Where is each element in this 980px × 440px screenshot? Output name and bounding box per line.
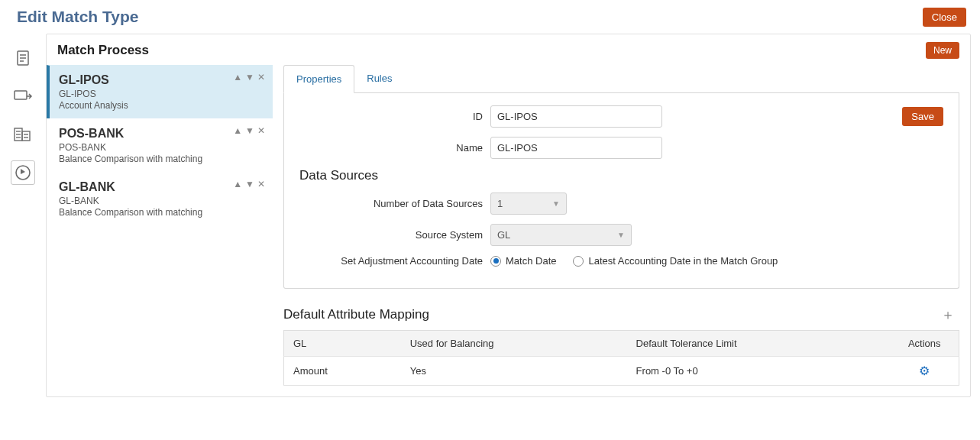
tabs: Properties Rules <box>283 65 959 93</box>
move-up-icon[interactable]: ▲ <box>233 179 242 189</box>
cell-gl: Amount <box>284 357 401 386</box>
tab-properties[interactable]: Properties <box>283 65 354 93</box>
radio-latest-date[interactable]: Latest Accounting Date in the Match Grou… <box>573 255 778 267</box>
radio-match-date[interactable]: Match Date <box>490 255 556 267</box>
process-name: POS-BANK <box>59 127 262 141</box>
sidebar <box>0 34 46 397</box>
process-item-pos-bank[interactable]: POS-BANK POS-BANK Balance Comparison wit… <box>47 118 273 172</box>
move-up-icon[interactable]: ▲ <box>233 72 242 82</box>
radio-icon <box>490 256 501 267</box>
transfer-icon[interactable] <box>11 84 35 108</box>
num-ds-label: Number of Data Sources <box>299 198 490 209</box>
close-button[interactable]: Close <box>923 8 966 27</box>
delete-icon[interactable]: ✕ <box>257 125 265 136</box>
source-system-label: Source System <box>299 229 490 241</box>
process-id: POS-BANK <box>59 142 262 153</box>
add-mapping-button[interactable]: ＋ <box>936 306 959 324</box>
source-system-value: GL <box>497 229 510 241</box>
chevron-down-icon: ▼ <box>617 231 625 239</box>
source-system-select[interactable]: GL ▼ <box>490 224 632 246</box>
process-desc: Account Analysis <box>59 100 262 111</box>
cell-balancing: Yes <box>401 357 627 386</box>
tab-rules[interactable]: Rules <box>354 65 404 92</box>
process-name: GL-BANK <box>59 180 262 194</box>
move-up-icon[interactable]: ▲ <box>233 125 242 136</box>
page-title: Edit Match Type <box>17 8 138 26</box>
document-icon[interactable] <box>11 46 35 70</box>
delete-icon[interactable]: ✕ <box>257 179 265 189</box>
move-down-icon[interactable]: ▼ <box>245 179 254 189</box>
process-list: GL-IPOS GL-IPOS Account Analysis ▲ ▼ ✕ P… <box>47 65 273 396</box>
mapping-col-balancing: Used for Balancing <box>401 331 627 357</box>
svg-rect-6 <box>22 131 30 141</box>
process-name: GL-IPOS <box>59 73 262 87</box>
process-icon[interactable] <box>11 160 35 185</box>
name-label: Name <box>299 142 490 154</box>
id-input[interactable] <box>490 105 662 128</box>
adjustment-date-label: Set Adjustment Accounting Date <box>299 255 490 267</box>
svg-rect-4 <box>15 91 27 99</box>
name-input[interactable] <box>490 137 662 159</box>
section-title: Match Process <box>57 43 149 58</box>
process-item-gl-ipos[interactable]: GL-IPOS GL-IPOS Account Analysis ▲ ▼ ✕ <box>47 65 273 118</box>
process-id: GL-IPOS <box>59 89 262 99</box>
new-button[interactable]: New <box>926 42 959 59</box>
mapping-col-tolerance: Default Tolerance Limit <box>627 331 891 357</box>
process-desc: Balance Comparison with matching <box>59 154 262 164</box>
process-item-gl-bank[interactable]: GL-BANK GL-BANK Balance Comparison with … <box>47 172 273 225</box>
mapping-table: GL Used for Balancing Default Tolerance … <box>283 330 959 386</box>
radio-label: Match Date <box>506 255 556 267</box>
id-label: ID <box>299 111 490 122</box>
process-id: GL-BANK <box>59 196 262 206</box>
chevron-down-icon: ▼ <box>552 199 560 208</box>
radio-label: Latest Accounting Date in the Match Grou… <box>588 255 778 267</box>
data-sources-title: Data Sources <box>299 168 943 183</box>
save-button[interactable]: Save <box>902 107 943 126</box>
cell-tolerance: From -0 To +0 <box>627 357 891 386</box>
mapping-title: Default Attribute Mapping <box>283 307 429 322</box>
move-down-icon[interactable]: ▼ <box>245 72 254 82</box>
table-row: Amount Yes From -0 To +0 ⚙ <box>284 357 959 386</box>
mapping-col-actions: Actions <box>891 331 959 357</box>
move-down-icon[interactable]: ▼ <box>245 125 254 136</box>
buildings-icon[interactable] <box>11 122 35 147</box>
process-desc: Balance Comparison with matching <box>59 207 262 218</box>
num-ds-value: 1 <box>497 198 503 209</box>
mapping-col-gl: GL <box>284 331 401 357</box>
gear-icon[interactable]: ⚙ <box>919 364 930 377</box>
radio-icon <box>573 256 584 267</box>
num-ds-select[interactable]: 1 ▼ <box>490 192 567 215</box>
delete-icon[interactable]: ✕ <box>257 72 265 82</box>
